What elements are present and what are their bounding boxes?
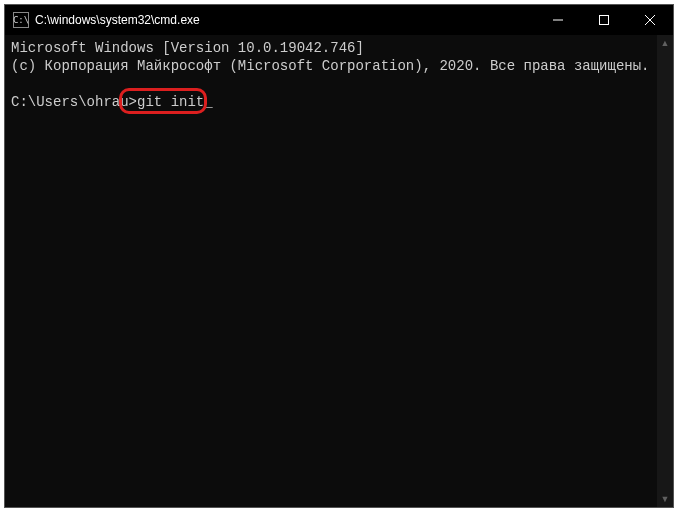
- minimize-button[interactable]: [535, 5, 581, 35]
- prompt-text: C:\Users\ohrau>: [11, 94, 137, 110]
- terminal-body: Microsoft Windows [Version 10.0.19042.74…: [5, 35, 673, 507]
- terminal-content[interactable]: Microsoft Windows [Version 10.0.19042.74…: [5, 35, 657, 507]
- svg-rect-1: [600, 16, 609, 25]
- scroll-down-icon[interactable]: ▼: [657, 491, 673, 507]
- title-bar[interactable]: C:\ C:\windows\system32\cmd.exe: [5, 5, 673, 35]
- cmd-window: C:\ C:\windows\system32\cmd.exe Microsof…: [4, 4, 674, 508]
- blank-line: [11, 75, 651, 93]
- prompt-line: C:\Users\ohrau>git init_: [11, 93, 213, 111]
- scrollbar[interactable]: ▲ ▼: [657, 35, 673, 507]
- cmd-icon: C:\: [13, 12, 29, 28]
- close-icon: [645, 15, 655, 25]
- close-button[interactable]: [627, 5, 673, 35]
- scroll-up-icon[interactable]: ▲: [657, 35, 673, 51]
- version-line: Microsoft Windows [Version 10.0.19042.74…: [11, 39, 651, 57]
- command-text: git init: [137, 94, 204, 110]
- maximize-button[interactable]: [581, 5, 627, 35]
- minimize-icon: [553, 15, 563, 25]
- title-buttons: [535, 5, 673, 35]
- copyright-line: (c) Корпорация Майкрософт (Microsoft Cor…: [11, 57, 651, 75]
- maximize-icon: [599, 15, 609, 25]
- window-title: C:\windows\system32\cmd.exe: [35, 13, 535, 27]
- cursor: _: [204, 94, 212, 110]
